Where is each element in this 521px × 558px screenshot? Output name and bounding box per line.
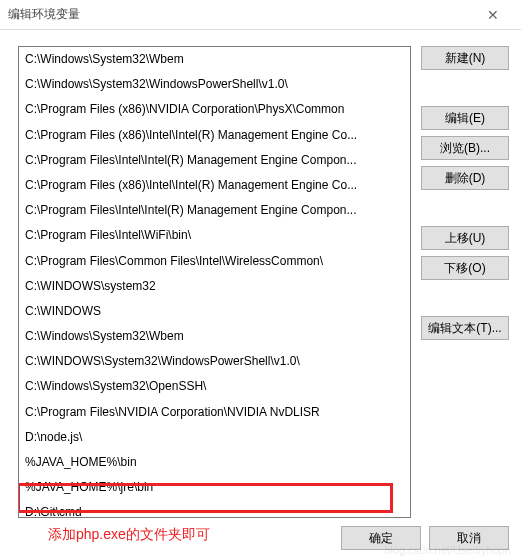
dialog-title: 编辑环境变量	[8, 6, 473, 23]
move-down-button[interactable]: 下移(O)	[421, 256, 509, 280]
list-item[interactable]: C:\Program Files (x86)\NVIDIA Corporatio…	[19, 97, 410, 122]
spacer	[421, 286, 509, 310]
list-item[interactable]: C:\Program Files\Intel\WiFi\bin\	[19, 223, 410, 248]
cancel-button[interactable]: 取消	[429, 526, 509, 550]
list-item[interactable]: C:\Program Files (x86)\Intel\Intel(R) Ma…	[19, 123, 410, 148]
new-button[interactable]: 新建(N)	[421, 46, 509, 70]
delete-button[interactable]: 删除(D)	[421, 166, 509, 190]
list-item[interactable]: C:\WINDOWS\system32	[19, 274, 410, 299]
move-up-button[interactable]: 上移(U)	[421, 226, 509, 250]
close-icon: ✕	[487, 7, 499, 23]
edit-button[interactable]: 编辑(E)	[421, 106, 509, 130]
spacer	[421, 196, 509, 220]
list-item[interactable]: C:\WINDOWS\System32\WindowsPowerShell\v1…	[19, 349, 410, 374]
titlebar: 编辑环境变量 ✕	[0, 0, 521, 30]
list-item[interactable]: C:\Program Files\Intel\Intel(R) Manageme…	[19, 198, 410, 223]
list-item[interactable]: D:\node.js\	[19, 425, 410, 450]
list-item[interactable]: C:\Program Files\NVIDIA Corporation\NVID…	[19, 400, 410, 425]
list-item[interactable]: C:\Windows\System32\OpenSSH\	[19, 374, 410, 399]
list-item[interactable]: C:\Windows\System32\Wbem	[19, 324, 410, 349]
close-button[interactable]: ✕	[473, 1, 513, 29]
path-listbox[interactable]: C:\Windows\System32\Wbem C:\Windows\Syst…	[18, 46, 411, 518]
list-item[interactable]: C:\Windows\System32\Wbem	[19, 47, 410, 72]
list-item[interactable]: %JAVA_HOME%\jre\bin	[19, 475, 410, 500]
browse-button[interactable]: 浏览(B)...	[421, 136, 509, 160]
list-item[interactable]: C:\WINDOWS	[19, 299, 410, 324]
annotation-text: 添加php.exe的文件夹即可	[48, 526, 210, 544]
ok-button[interactable]: 确定	[341, 526, 421, 550]
spacer	[421, 76, 509, 100]
content-area: C:\Windows\System32\Wbem C:\Windows\Syst…	[0, 30, 521, 508]
list-item[interactable]: D:\Git\cmd	[19, 500, 410, 518]
list-item[interactable]: C:\Program Files\Intel\Intel(R) Manageme…	[19, 148, 410, 173]
button-sidebar: 新建(N) 编辑(E) 浏览(B)... 删除(D) 上移(U) 下移(O) 编…	[421, 46, 509, 508]
list-item[interactable]: C:\Program Files (x86)\Intel\Intel(R) Ma…	[19, 173, 410, 198]
edit-text-button[interactable]: 编辑文本(T)...	[421, 316, 509, 340]
footer-buttons: 确定 取消	[341, 526, 509, 550]
list-item[interactable]: C:\Program Files\Common Files\Intel\Wire…	[19, 249, 410, 274]
list-item[interactable]: %JAVA_HOME%\bin	[19, 450, 410, 475]
list-item[interactable]: C:\Windows\System32\WindowsPowerShell\v1…	[19, 72, 410, 97]
